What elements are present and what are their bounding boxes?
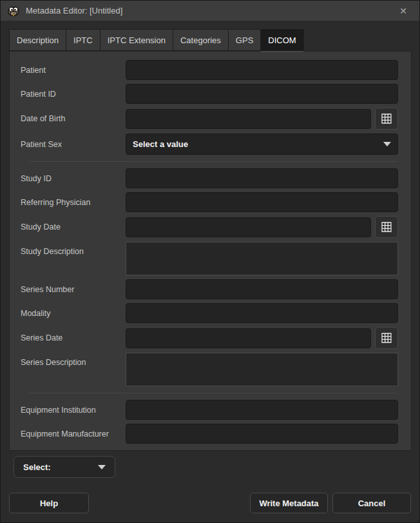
series-date-calendar-button[interactable] (375, 327, 398, 349)
patient-label: Patient (21, 66, 126, 75)
date-of-birth-input[interactable] (126, 109, 371, 129)
patient-sex-label: Patient Sex (21, 140, 126, 149)
gimp-wilber-icon (7, 5, 20, 17)
form-row: Patient (21, 60, 398, 80)
modality-input[interactable] (126, 303, 398, 323)
titlebar: Metadata Editor: [Untitled] ✕ (1, 1, 419, 21)
patient-id-label: Patient ID (21, 90, 126, 99)
form-row: Referring Physician (21, 192, 398, 212)
form-row: Equipment Manufacturer (21, 424, 398, 444)
form-row: Patient Sex Select a value (21, 133, 398, 155)
form-row: Date of Birth (21, 108, 398, 130)
form-row: Series Number (21, 279, 398, 299)
cancel-button[interactable]: Cancel (332, 493, 411, 513)
tab-iptc[interactable]: IPTC (66, 29, 100, 51)
tab-iptc-extension[interactable]: IPTC Extension (100, 29, 173, 51)
series-date-label: Series Date (21, 333, 126, 342)
group-separator (29, 161, 397, 162)
help-button[interactable]: Help (9, 493, 89, 513)
study-description-textarea[interactable] (126, 242, 398, 275)
form-row: Study Description (21, 242, 398, 275)
equipment-institution-input[interactable] (126, 400, 398, 420)
patient-sex-select[interactable]: Select a value (126, 133, 398, 155)
form-row: Patient ID (21, 84, 398, 104)
close-icon[interactable]: ✕ (394, 3, 413, 19)
study-date-input[interactable] (126, 217, 371, 237)
study-description-label: Study Description (21, 242, 126, 256)
metadata-editor-window: Metadata Editor: [Untitled] ✕ Descriptio… (0, 0, 420, 523)
study-date-calendar-button[interactable] (375, 216, 398, 238)
select-dropdown[interactable]: Select: (14, 456, 115, 478)
calendar-grid-icon (381, 113, 392, 124)
referring-physician-label: Referring Physician (21, 198, 126, 207)
patient-input[interactable] (126, 60, 398, 80)
study-date-label: Study Date (21, 222, 126, 232)
dropdown-arrow-icon (383, 142, 391, 146)
series-number-label: Series Number (21, 285, 126, 294)
dicom-form-panel: Patient Patient ID Date of Birth Patient… (9, 51, 412, 451)
calendar-grid-icon (381, 333, 392, 343)
form-row: Series Date (21, 327, 398, 349)
form-row: Study Date (21, 216, 398, 238)
equipment-manufacturer-input[interactable] (126, 424, 398, 444)
patient-sex-value: Select a value (133, 139, 383, 149)
patient-id-input[interactable] (126, 84, 398, 104)
date-of-birth-calendar-button[interactable] (375, 108, 398, 130)
tab-categories[interactable]: Categories (173, 29, 228, 51)
group-separator (29, 393, 397, 393)
modality-label: Modality (21, 309, 126, 318)
tab-dicom[interactable]: DICOM (260, 29, 303, 52)
series-number-input[interactable] (126, 279, 398, 299)
equipment-manufacturer-label: Equipment Manufacturer (21, 429, 126, 439)
tab-description[interactable]: Description (9, 29, 66, 51)
date-of-birth-label: Date of Birth (21, 114, 126, 123)
equipment-institution-label: Equipment Institution (21, 406, 126, 415)
study-id-label: Study ID (21, 174, 126, 183)
tab-gps[interactable]: GPS (228, 29, 260, 51)
form-row: Modality (21, 303, 398, 323)
referring-physician-input[interactable] (126, 192, 398, 212)
window-title: Metadata Editor: [Untitled] (26, 6, 394, 15)
calendar-grid-icon (381, 222, 392, 232)
form-row: Study ID (21, 168, 398, 188)
series-date-input[interactable] (126, 328, 371, 348)
form-row: Equipment Institution (21, 400, 398, 420)
series-description-label: Series Description (21, 353, 126, 367)
form-row: Series Description (21, 353, 398, 386)
tab-bar: Description IPTC IPTC Extension Categori… (9, 29, 412, 51)
series-description-textarea[interactable] (126, 353, 398, 386)
write-metadata-button[interactable]: Write Metadata (250, 493, 328, 513)
action-bar: Help Write Metadata Cancel (1, 493, 419, 513)
study-id-input[interactable] (126, 168, 398, 188)
select-dropdown-label: Select: (23, 462, 98, 472)
dropdown-arrow-icon (98, 465, 106, 469)
